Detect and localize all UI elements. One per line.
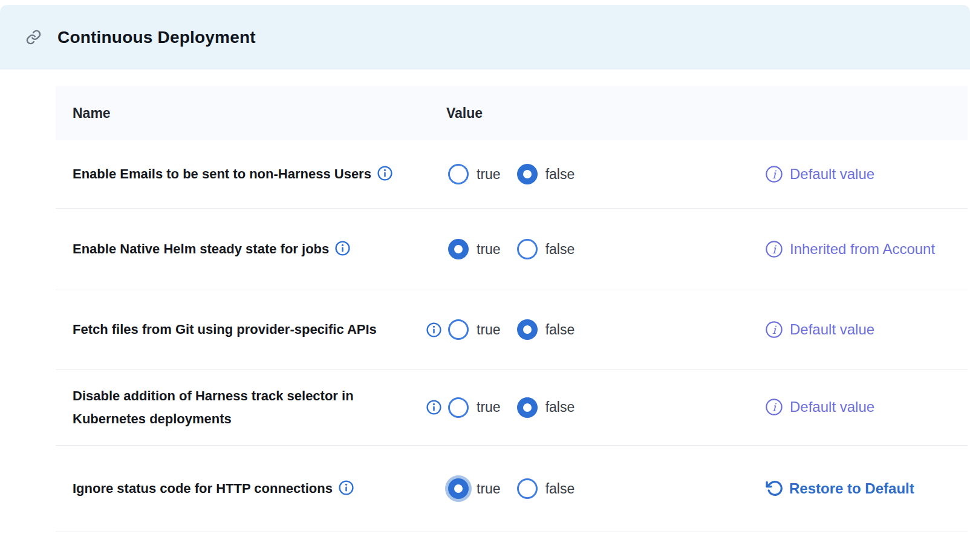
- radio-button-false[interactable]: [517, 478, 538, 499]
- svg-text:i: i: [772, 324, 777, 336]
- radio-option-true[interactable]: true: [448, 397, 501, 418]
- info-icon[interactable]: [426, 400, 441, 415]
- value-info-slot: [426, 242, 448, 257]
- svg-text:i: i: [772, 401, 777, 414]
- status-info-icon[interactable]: i: [765, 165, 783, 183]
- svg-text:i: i: [772, 168, 777, 181]
- table-header: Name Value: [56, 86, 968, 140]
- setting-status-cell: i Restore to Default: [765, 478, 968, 499]
- svg-text:i: i: [772, 243, 777, 256]
- value-info-slot: [426, 400, 448, 415]
- column-header-name: Name: [73, 105, 446, 122]
- radio-option-true[interactable]: true: [448, 239, 501, 259]
- setting-name-cell: Ignore status code for HTTP connections: [73, 477, 426, 500]
- status-label[interactable]: Default value: [790, 319, 874, 340]
- status-label[interactable]: Default value: [790, 397, 874, 417]
- setting-name-cell: Enable Emails to be sent to non-Harness …: [73, 163, 426, 186]
- radio-label-true: true: [477, 399, 501, 415]
- radio-button-false[interactable]: [517, 164, 538, 184]
- radio-button-true[interactable]: [448, 397, 469, 418]
- radio-option-false[interactable]: false: [517, 478, 575, 499]
- radio-label-false: false: [545, 241, 575, 258]
- link-icon[interactable]: [25, 29, 42, 45]
- setting-value-cell: true false: [426, 319, 765, 340]
- status-label[interactable]: Inherited from Account: [790, 239, 935, 259]
- radio-label-true: true: [477, 166, 501, 183]
- radio-label-true: true: [477, 481, 501, 497]
- radio-label-false: false: [545, 481, 575, 497]
- radio-label-false: false: [545, 166, 575, 183]
- section-header: Continuous Deployment: [0, 5, 970, 70]
- radio-option-false[interactable]: false: [517, 319, 575, 340]
- info-icon[interactable]: [377, 166, 392, 181]
- radio-option-false[interactable]: false: [517, 239, 575, 259]
- setting-status-cell: i Default value: [765, 397, 968, 417]
- value-info-slot: [426, 167, 448, 182]
- setting-status-cell: i Inherited from Account: [765, 239, 968, 259]
- page-title: Continuous Deployment: [57, 28, 256, 47]
- settings-row: Enable Emails to be sent to non-Harness …: [56, 140, 968, 209]
- setting-name: Fetch files from Git using provider-spec…: [73, 322, 377, 337]
- radio-option-false[interactable]: false: [517, 397, 575, 418]
- setting-value-cell: true false: [426, 164, 765, 184]
- status-info-icon[interactable]: i: [765, 240, 783, 258]
- setting-name: Ignore status code for HTTP connections: [73, 481, 333, 496]
- column-header-value: Value: [446, 105, 968, 122]
- setting-status-cell: i Default value: [765, 164, 968, 184]
- radio-button-true[interactable]: [448, 239, 469, 259]
- radio-button-true[interactable]: [448, 319, 469, 340]
- status-label[interactable]: Default value: [790, 164, 874, 184]
- setting-name-cell: Fetch files from Git using provider-spec…: [73, 318, 426, 341]
- radio-option-true[interactable]: true: [448, 478, 501, 499]
- setting-name: Disable addition of Harness track select…: [73, 388, 354, 426]
- setting-name-cell: Disable addition of Harness track select…: [73, 385, 426, 431]
- radio-button-false[interactable]: [517, 239, 538, 259]
- settings-row: Disable addition of Harness track select…: [56, 370, 968, 446]
- setting-value-cell: true false: [426, 239, 765, 259]
- setting-value-cell: true false: [426, 397, 765, 418]
- settings-row: Enable Native Helm steady state for jobs: [56, 209, 968, 290]
- status-info-icon[interactable]: i: [765, 321, 783, 339]
- value-info-slot: [426, 322, 448, 337]
- status-label[interactable]: Restore to Default: [789, 478, 914, 499]
- info-icon[interactable]: [335, 241, 350, 256]
- settings-page: Continuous Deployment Name Value Enable …: [0, 0, 970, 560]
- radio-label-false: false: [545, 399, 575, 415]
- radio-label-true: true: [477, 322, 501, 338]
- setting-value-cell: true false: [426, 478, 765, 499]
- setting-name: Enable Emails to be sent to non-Harness …: [73, 166, 371, 181]
- radio-label-false: false: [545, 322, 575, 338]
- settings-table: Name Value Enable Emails to be sent to n…: [56, 86, 968, 532]
- status-info-icon[interactable]: i: [765, 398, 783, 416]
- radio-button-false[interactable]: [517, 319, 538, 340]
- settings-table-body: Enable Emails to be sent to non-Harness …: [56, 140, 968, 532]
- setting-name: Enable Native Helm steady state for jobs: [73, 241, 329, 256]
- setting-name-cell: Enable Native Helm steady state for jobs: [73, 238, 426, 261]
- radio-option-true[interactable]: true: [448, 319, 501, 340]
- restore-icon[interactable]: [765, 480, 783, 497]
- settings-row: Ignore status code for HTTP connections: [56, 446, 968, 532]
- info-icon[interactable]: [426, 322, 441, 337]
- radio-label-true: true: [477, 241, 501, 258]
- info-icon[interactable]: [339, 480, 354, 495]
- radio-option-true[interactable]: true: [448, 164, 501, 184]
- radio-button-true[interactable]: [448, 164, 469, 184]
- settings-row: Fetch files from Git using provider-spec…: [56, 290, 968, 370]
- radio-option-false[interactable]: false: [517, 164, 575, 184]
- radio-button-true[interactable]: [448, 478, 469, 499]
- value-info-slot: [426, 481, 448, 497]
- setting-status-cell: i Default value: [765, 319, 968, 340]
- radio-button-false[interactable]: [517, 397, 538, 418]
